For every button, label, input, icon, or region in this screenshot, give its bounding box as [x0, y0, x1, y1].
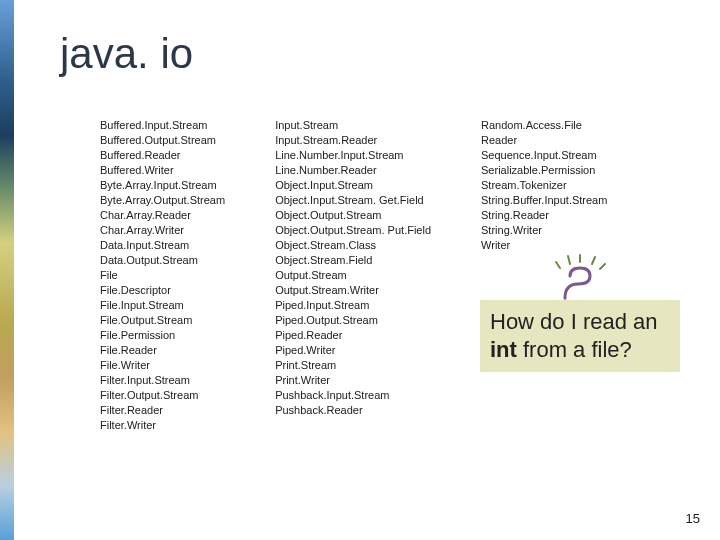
class-item: Char.Array.Reader: [100, 208, 225, 223]
confused-question-icon: [550, 254, 610, 304]
class-item: Object.Stream.Field: [275, 253, 431, 268]
class-item: Object.Output.Stream: [275, 208, 431, 223]
class-item: File.Permission: [100, 328, 225, 343]
class-item: Byte.Array.Output.Stream: [100, 193, 225, 208]
class-item: File.Output.Stream: [100, 313, 225, 328]
class-item: Output.Stream.Writer: [275, 283, 431, 298]
class-item: Object.Input.Stream: [275, 178, 431, 193]
column-2: Input.StreamInput.Stream.ReaderLine.Numb…: [275, 118, 431, 433]
class-item: Piped.Input.Stream: [275, 298, 431, 313]
class-item: Buffered.Output.Stream: [100, 133, 225, 148]
page-number: 15: [686, 511, 700, 526]
question-callout: How do I read an int from a file?: [480, 300, 680, 372]
class-item: Filter.Writer: [100, 418, 225, 433]
class-item: File.Reader: [100, 343, 225, 358]
question-text-bold: int: [490, 337, 517, 362]
class-item: Char.Array.Writer: [100, 223, 225, 238]
class-item: Filter.Input.Stream: [100, 373, 225, 388]
class-item: String.Buffer.Input.Stream: [481, 193, 607, 208]
class-item: Filter.Reader: [100, 403, 225, 418]
class-item: Filter.Output.Stream: [100, 388, 225, 403]
class-item: Reader: [481, 133, 607, 148]
class-item: Piped.Writer: [275, 343, 431, 358]
decorative-left-strip: [0, 0, 14, 540]
class-item: Piped.Reader: [275, 328, 431, 343]
class-item: Buffered.Reader: [100, 148, 225, 163]
class-item: Piped.Output.Stream: [275, 313, 431, 328]
column-1: Buffered.Input.StreamBuffered.Output.Str…: [100, 118, 225, 433]
class-item: Buffered.Writer: [100, 163, 225, 178]
class-item: Data.Output.Stream: [100, 253, 225, 268]
class-item: Print.Stream: [275, 358, 431, 373]
class-item: File.Descriptor: [100, 283, 225, 298]
class-item: Random.Access.File: [481, 118, 607, 133]
class-item: File: [100, 268, 225, 283]
class-item: Serializable.Permission: [481, 163, 607, 178]
class-item: Print.Writer: [275, 373, 431, 388]
class-item: File.Input.Stream: [100, 298, 225, 313]
class-item: Buffered.Input.Stream: [100, 118, 225, 133]
class-item: Line.Number.Reader: [275, 163, 431, 178]
class-item: Stream.Tokenizer: [481, 178, 607, 193]
class-item: Pushback.Input.Stream: [275, 388, 431, 403]
class-item: Pushback.Reader: [275, 403, 431, 418]
class-item: Output.Stream: [275, 268, 431, 283]
class-item: Byte.Array.Input.Stream: [100, 178, 225, 193]
class-item: Input.Stream: [275, 118, 431, 133]
class-item: Object.Stream.Class: [275, 238, 431, 253]
class-item: Sequence.Input.Stream: [481, 148, 607, 163]
class-item: Line.Number.Input.Stream: [275, 148, 431, 163]
class-item: Object.Input.Stream. Get.Field: [275, 193, 431, 208]
class-item: Object.Output.Stream. Put.Field: [275, 223, 431, 238]
class-item: Data.Input.Stream: [100, 238, 225, 253]
question-text-post: from a file?: [517, 337, 632, 362]
class-item: Writer: [481, 238, 607, 253]
class-item: String.Reader: [481, 208, 607, 223]
class-item: String.Writer: [481, 223, 607, 238]
class-item: Input.Stream.Reader: [275, 133, 431, 148]
class-item: File.Writer: [100, 358, 225, 373]
question-text-pre: How do I read an: [490, 309, 658, 334]
slide-title: java. io: [60, 30, 193, 78]
